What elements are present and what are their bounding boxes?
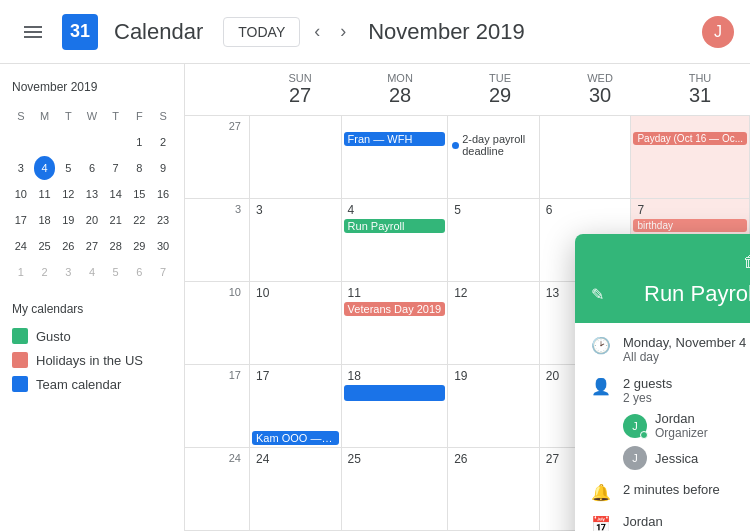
mini-cal-day[interactable]: 8 <box>129 156 151 180</box>
event-kam-ooo-cont[interactable] <box>344 385 446 401</box>
cell-thu-31[interactable]: Payday (Oct 16 — Oc... <box>631 116 750 199</box>
mini-cal-day <box>105 130 127 154</box>
mini-cal-day[interactable]: 6 <box>81 156 103 180</box>
calendar-checkbox[interactable] <box>12 328 28 344</box>
cell-date: 5 <box>450 201 465 219</box>
cell-tue-29[interactable]: 2-day payroll deadline <box>448 116 540 199</box>
event-label: 2-day payroll deadline <box>462 133 535 157</box>
cell-tue-26[interactable]: 26 <box>448 448 540 531</box>
mini-cal-day[interactable]: 24 <box>10 234 32 258</box>
cell-sun-10[interactable]: 10 <box>250 282 342 365</box>
calendar-checkbox[interactable] <box>12 376 28 392</box>
sidebar-calendar-item[interactable]: Team calendar <box>8 372 176 396</box>
mini-cal-day[interactable]: 10 <box>10 182 32 206</box>
date-sun: 27 <box>254 84 346 107</box>
week-label-3: 3 <box>185 199 250 282</box>
cell-sun-3[interactable]: 3 <box>250 199 342 282</box>
mini-cal-day[interactable]: 11 <box>34 182 56 206</box>
mini-cal-header: November 2019 <box>8 80 176 94</box>
event-birthday[interactable]: birthday <box>633 219 747 232</box>
calendar-icon: 📅 <box>591 515 611 531</box>
cell-date: 17 <box>252 367 273 385</box>
popup-reminder-row: 🔔 2 minutes before <box>591 482 750 502</box>
mini-cal-day[interactable]: 2 <box>34 260 56 284</box>
sidebar-calendar-item[interactable]: Holidays in the US <box>8 348 176 372</box>
clock-icon: 🕑 <box>591 336 611 355</box>
mini-cal-day[interactable]: 1 <box>10 260 32 284</box>
cell-sun-27[interactable] <box>250 116 342 199</box>
calendar-checkbox[interactable] <box>12 352 28 368</box>
cell-tue-12[interactable]: 12 <box>448 282 540 365</box>
next-button[interactable]: › <box>334 15 352 48</box>
mini-cal-day[interactable]: 30 <box>152 234 174 258</box>
day-abbr-thu: THU <box>689 72 712 84</box>
cell-tue-19[interactable]: 19 <box>448 365 540 448</box>
calendar-label: Team calendar <box>36 377 121 392</box>
cell-sun-24[interactable]: 24 <box>250 448 342 531</box>
mini-cal-day[interactable]: 26 <box>57 234 79 258</box>
cell-date <box>542 125 550 129</box>
mini-cal-day <box>57 130 79 154</box>
event-veterans-day[interactable]: Veterans Day 2019 <box>344 302 446 316</box>
organizer-badge <box>640 431 648 439</box>
mini-cal-day[interactable]: 29 <box>129 234 151 258</box>
mini-cal-day[interactable]: 19 <box>57 208 79 232</box>
mini-cal-day[interactable]: 13 <box>81 182 103 206</box>
attendee-name: Jessica <box>655 451 698 466</box>
event-payday[interactable]: Payday (Oct 16 — Oc... <box>633 132 747 145</box>
mini-cal-day[interactable]: 23 <box>152 208 174 232</box>
mini-cal-day[interactable]: 28 <box>105 234 127 258</box>
avatar[interactable]: J <box>702 16 734 48</box>
mini-cal-day[interactable]: 4 <box>34 156 56 180</box>
mini-cal-day[interactable]: 12 <box>57 182 79 206</box>
mini-cal-day[interactable]: 9 <box>152 156 174 180</box>
event-payroll-deadline[interactable]: 2-day payroll deadline <box>450 132 537 158</box>
mini-cal-dow: F <box>129 104 151 128</box>
popup-guests-row: 👤 2 guests 2 yes J Jor <box>591 376 750 470</box>
mini-cal-day[interactable]: 14 <box>105 182 127 206</box>
header-left: 31 Calendar <box>16 14 203 50</box>
mini-cal-day[interactable]: 18 <box>34 208 56 232</box>
mini-cal-day[interactable]: 2 <box>152 130 174 154</box>
cell-mon-18[interactable]: 18 <box>342 365 449 448</box>
event-fran-wfh[interactable]: Fran — WFH <box>344 132 446 146</box>
mini-cal-day[interactable]: 6 <box>129 260 151 284</box>
mini-cal-day[interactable]: 5 <box>57 156 79 180</box>
mini-cal-day[interactable]: 4 <box>81 260 103 284</box>
cell-mon-25[interactable]: 25 <box>342 448 449 531</box>
mini-cal-day[interactable]: 7 <box>152 260 174 284</box>
sidebar-calendar-item[interactable]: Gusto <box>8 324 176 348</box>
cell-mon-11[interactable]: 11 Veterans Day 2019 <box>342 282 449 365</box>
cell-date: 18 <box>344 367 365 385</box>
mini-cal-day[interactable]: 16 <box>152 182 174 206</box>
hamburger-menu[interactable] <box>16 15 50 49</box>
cell-mon-4[interactable]: 4 Run Payroll <box>342 199 449 282</box>
cell-date: 11 <box>344 284 365 302</box>
cell-tue-5[interactable]: 5 <box>448 199 540 282</box>
event-run-payroll[interactable]: Run Payroll <box>344 219 446 233</box>
mini-cal-day[interactable]: 7 <box>105 156 127 180</box>
popup-date-content: Monday, November 4 All day <box>623 335 746 364</box>
cal-header-thu: THU 31 <box>650 64 750 115</box>
mini-cal-day[interactable]: 3 <box>10 156 32 180</box>
mini-cal-day[interactable]: 22 <box>129 208 151 232</box>
cal-header-sun: SUN 27 <box>250 64 350 115</box>
delete-icon-button[interactable]: 🗑 <box>741 250 750 273</box>
prev-button[interactable]: ‹ <box>308 15 326 48</box>
cell-sun-17[interactable]: 17 Kam OOO — Brooklyn <box>250 365 342 448</box>
cell-mon-28[interactable]: Fran — WFH <box>342 116 449 199</box>
mini-cal-day[interactable]: 21 <box>105 208 127 232</box>
mini-cal-day[interactable]: 15 <box>129 182 151 206</box>
event-kam-ooo[interactable]: Kam OOO — Brooklyn <box>252 431 339 445</box>
cell-wed-30[interactable] <box>540 116 632 199</box>
today-button[interactable]: TODAY <box>223 17 300 47</box>
mini-cal-day[interactable]: 25 <box>34 234 56 258</box>
mini-cal-day[interactable]: 20 <box>81 208 103 232</box>
bell-icon: 🔔 <box>591 483 611 502</box>
mini-cal-day[interactable]: 27 <box>81 234 103 258</box>
header: 31 Calendar TODAY ‹ › November 2019 J <box>0 0 750 64</box>
mini-cal-day[interactable]: 5 <box>105 260 127 284</box>
mini-cal-day[interactable]: 1 <box>129 130 151 154</box>
mini-cal-day[interactable]: 3 <box>57 260 79 284</box>
mini-cal-day[interactable]: 17 <box>10 208 32 232</box>
